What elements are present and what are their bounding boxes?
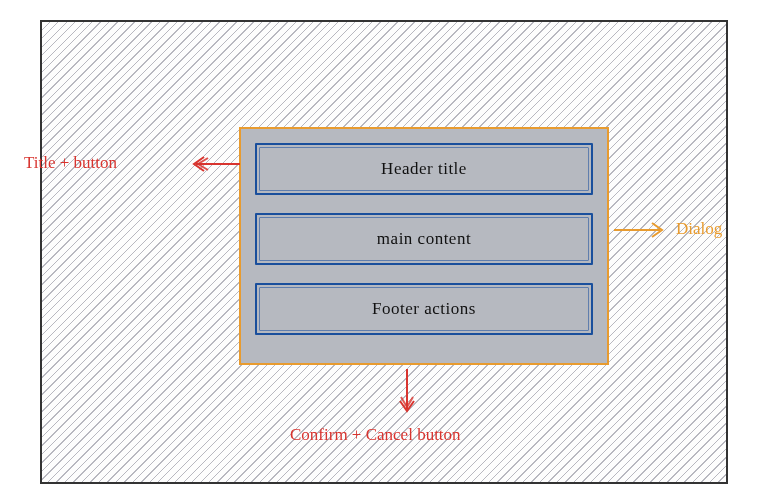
arrow-down-icon [392, 365, 422, 421]
arrow-left-icon [182, 152, 242, 182]
dialog-container: Header title main content Footer actions [239, 127, 609, 365]
arrow-right-icon [610, 218, 674, 242]
footer-actions-label: Footer actions [372, 299, 476, 319]
annotation-title-button: Title + button [24, 153, 117, 173]
dialog-header-section: Header title [255, 143, 593, 195]
header-title-label: Header title [381, 159, 467, 179]
dialog-footer-section: Footer actions [255, 283, 593, 335]
annotation-confirm-cancel: Confirm + Cancel button [290, 425, 461, 445]
dialog-main-section: main content [255, 213, 593, 265]
annotation-dialog: Dialog [676, 219, 722, 239]
diagram-canvas: Header title main content Footer actions… [40, 20, 728, 484]
main-content-label: main content [377, 229, 471, 249]
